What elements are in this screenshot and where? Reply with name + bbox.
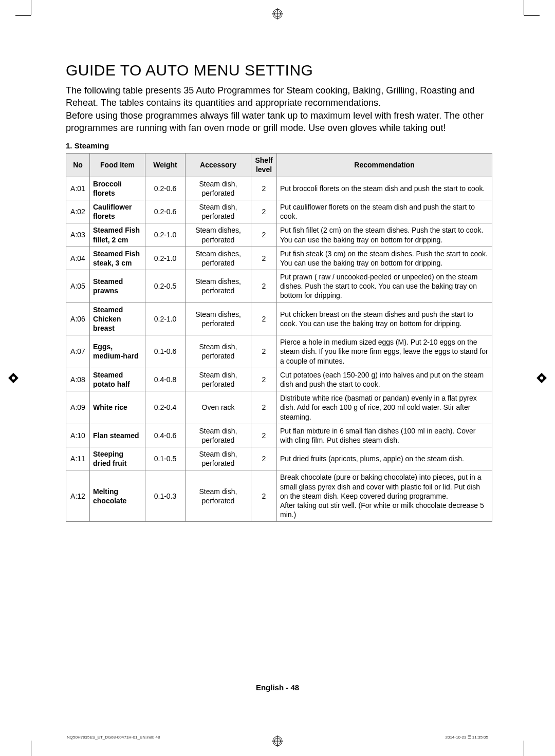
cell-no: A:08 <box>66 368 90 391</box>
cell-shelf: 2 <box>251 247 277 270</box>
footer-page: 48 <box>290 683 299 692</box>
cell-weight: 0.1-0.5 <box>145 447 186 470</box>
cell-weight: 0.2-1.0 <box>145 223 186 247</box>
section-heading: 1. Steaming <box>66 141 492 150</box>
cell-shelf: 2 <box>251 223 277 247</box>
steaming-table: No Food Item Weight Accessory Shelf leve… <box>66 153 492 522</box>
diamond-mark-icon <box>535 372 548 384</box>
cell-weight: 0.1-0.3 <box>145 470 186 522</box>
cell-recommendation: Put dried fruits (apricots, plums, apple… <box>277 447 492 470</box>
table-row: A:08Steamed potato half0.4-0.8Steam dish… <box>66 368 492 391</box>
cell-item: White rice <box>90 391 145 424</box>
cell-accessory: Steam dish, perforated <box>186 470 251 522</box>
table-row: A:06Steamed Chicken breast0.2-1.0Steam d… <box>66 303 492 335</box>
print-info-left: NQ50H7935ES_ET_DG68-00471H-01_EN.indb 48 <box>67 735 160 740</box>
cell-shelf: 2 <box>251 335 277 368</box>
table-row: A:05Steamed prawns0.2-0.5Steam dishes, p… <box>66 270 492 303</box>
table-row: A:02Cauliflower florets0.2-0.6Steam dish… <box>66 200 492 223</box>
table-row: A:12Melting chocolate0.1-0.3Steam dish, … <box>66 470 492 522</box>
cell-item: Steamed potato half <box>90 368 145 391</box>
cell-weight: 0.2-0.6 <box>145 177 186 200</box>
cell-accessory: Steam dishes, perforated <box>186 247 251 270</box>
th-item: Food Item <box>90 154 145 177</box>
cell-item: Melting chocolate <box>90 470 145 522</box>
cell-no: A:01 <box>66 177 90 200</box>
cell-recommendation: Pierce a hole in medium sized eggs (M). … <box>277 335 492 368</box>
cell-accessory: Steam dish, perforated <box>186 447 251 470</box>
cell-accessory: Steam dish, perforated <box>186 200 251 223</box>
cell-shelf: 2 <box>251 200 277 223</box>
cell-weight: 0.2-0.4 <box>145 391 186 424</box>
cell-accessory: Steam dish, perforated <box>186 335 251 368</box>
page-content: GUIDE TO AUTO MENU SETTING The following… <box>66 62 492 522</box>
cell-item: Steamed Fish fillet, 2 cm <box>90 223 145 247</box>
crop-mark <box>31 741 31 756</box>
cell-no: A:06 <box>66 303 90 335</box>
cell-no: A:11 <box>66 447 90 470</box>
table-row: A:11Steeping dried fruit0.1-0.5Steam dis… <box>66 447 492 470</box>
footer-lang: English - <box>256 683 291 692</box>
table-row: A:07Eggs, medium-hard0.1-0.6Steam dish, … <box>66 335 492 368</box>
cell-shelf: 2 <box>251 391 277 424</box>
cell-recommendation: Put fish fillet (2 cm) on the steam dish… <box>277 223 492 247</box>
cell-weight: 0.2-1.0 <box>145 247 186 270</box>
th-weight: Weight <box>145 154 186 177</box>
cell-no: A:04 <box>66 247 90 270</box>
crop-mark <box>524 15 540 16</box>
crop-mark <box>524 741 524 756</box>
cell-weight: 0.2-0.5 <box>145 270 186 303</box>
table-row: A:04Steamed Fish steak, 3 cm0.2-1.0Steam… <box>66 247 492 270</box>
cell-item: Steamed prawns <box>90 270 145 303</box>
cell-recommendation: Put fish steak (3 cm) on the steam dishe… <box>277 247 492 270</box>
cell-item: Steamed Fish steak, 3 cm <box>90 247 145 270</box>
print-info-right: 2014-10-23 ☰ 11:35:05 <box>445 735 488 740</box>
cell-no: A:02 <box>66 200 90 223</box>
cell-no: A:07 <box>66 335 90 368</box>
cell-no: A:09 <box>66 391 90 424</box>
cell-recommendation: Break chocolate (pure or baking chocolat… <box>277 470 492 522</box>
cell-recommendation: Put prawn ( raw / uncooked-peeled or unp… <box>277 270 492 303</box>
page-footer: English - 48 <box>0 683 555 692</box>
cell-item: Steeping dried fruit <box>90 447 145 470</box>
crop-mark <box>15 15 31 16</box>
th-accessory: Accessory <box>186 154 251 177</box>
cell-accessory: Steam dish, perforated <box>186 424 251 447</box>
cell-no: A:10 <box>66 424 90 447</box>
th-rec: Recommendation <box>277 154 492 177</box>
th-no: No <box>66 154 90 177</box>
cell-weight: 0.1-0.6 <box>145 335 186 368</box>
cell-item: Steamed Chicken breast <box>90 303 145 335</box>
crop-mark <box>31 0 31 15</box>
cell-recommendation: Distribute white rice (basmati or pandan… <box>277 391 492 424</box>
cell-item: Eggs, medium-hard <box>90 335 145 368</box>
table-row: A:10Flan steamed0.4-0.6Steam dish, perfo… <box>66 424 492 447</box>
cell-no: A:12 <box>66 470 90 522</box>
cell-weight: 0.4-0.6 <box>145 424 186 447</box>
intro-text: The following table presents 35 Auto Pro… <box>66 84 492 134</box>
cell-shelf: 2 <box>251 270 277 303</box>
cell-shelf: 2 <box>251 424 277 447</box>
cell-recommendation: Put cauliflower florets on the steam dis… <box>277 200 492 223</box>
cell-shelf: 2 <box>251 177 277 200</box>
cell-accessory: Steam dish, perforated <box>186 177 251 200</box>
cell-weight: 0.2-1.0 <box>145 303 186 335</box>
table-row: A:09White rice0.2-0.4Oven rack2Distribut… <box>66 391 492 424</box>
cell-accessory: Steam dishes, perforated <box>186 223 251 247</box>
cell-accessory: Steam dishes, perforated <box>186 303 251 335</box>
cell-no: A:03 <box>66 223 90 247</box>
diamond-mark-icon <box>7 372 20 384</box>
table-row: A:03Steamed Fish fillet, 2 cm0.2-1.0Stea… <box>66 223 492 247</box>
crop-mark <box>524 0 524 15</box>
cell-item: Flan steamed <box>90 424 145 447</box>
cell-item: Broccoli florets <box>90 177 145 200</box>
cell-shelf: 2 <box>251 447 277 470</box>
cell-accessory: Oven rack <box>186 391 251 424</box>
svg-point-9 <box>12 376 15 380</box>
cell-weight: 0.2-0.6 <box>145 200 186 223</box>
cell-shelf: 2 <box>251 470 277 522</box>
registration-mark-icon <box>272 8 283 20</box>
cell-shelf: 2 <box>251 368 277 391</box>
th-shelf: Shelf level <box>251 154 277 177</box>
cell-recommendation: Put flan mixture in 6 small flan dishes … <box>277 424 492 447</box>
cell-weight: 0.4-0.8 <box>145 368 186 391</box>
